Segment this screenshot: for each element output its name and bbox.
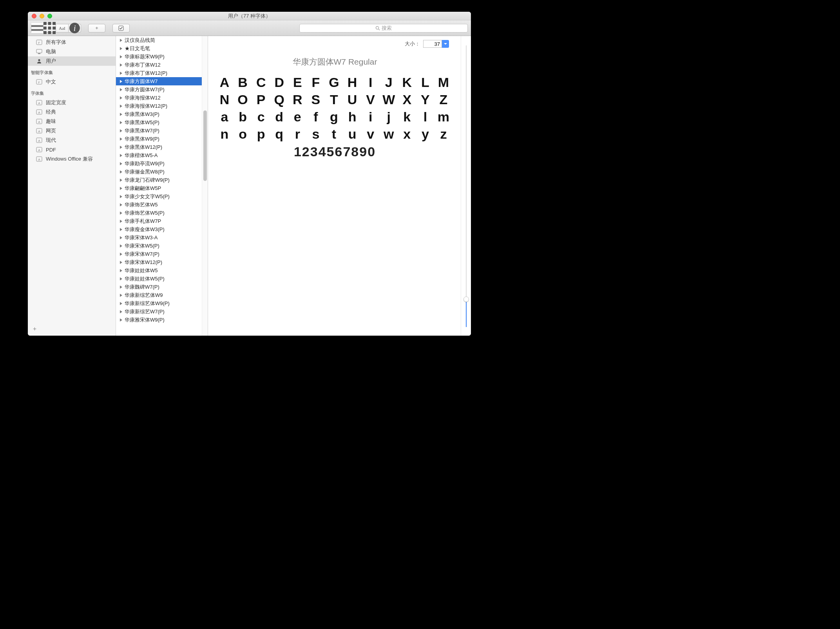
- glyph: e: [290, 108, 306, 125]
- disclosure-icon: [120, 137, 122, 141]
- font-row[interactable]: 华康布丁体W12: [116, 61, 208, 69]
- disclosure-icon: [120, 236, 122, 239]
- svg-text:A: A: [38, 139, 40, 143]
- font-row[interactable]: 华康海报体W12: [116, 94, 208, 102]
- font-row[interactable]: 华康黑体W12(P): [116, 143, 208, 151]
- sidebar-item-PDF[interactable]: APDF: [28, 145, 116, 154]
- font-list[interactable]: 汉仪良品线简★日文毛笔华康标题宋W9(P)华康布丁体W12华康布丁体W12(P)…: [116, 36, 208, 336]
- font-row[interactable]: 华康黑体W9(P): [116, 135, 208, 143]
- font-row[interactable]: 华康翩翩体W5P: [116, 184, 208, 192]
- glyph: l: [418, 108, 434, 125]
- add-button[interactable]: ＋: [88, 24, 105, 33]
- glyph: T: [327, 91, 342, 108]
- font-name: 华康俪金黑W8(P): [125, 168, 165, 175]
- font-row[interactable]: 华康魏碑W7(P): [116, 283, 208, 291]
- disclosure-icon: [120, 277, 122, 280]
- font-row[interactable]: 华康雅宋体W9(P): [116, 316, 208, 324]
- glyph: d: [272, 108, 288, 125]
- font-name: 华康标题宋W9(P): [125, 53, 165, 60]
- sidebar-item-中文[interactable]: F中文: [28, 77, 116, 87]
- disclosure-icon: [120, 113, 122, 116]
- font-row[interactable]: 华康宋体W12(P): [116, 258, 208, 266]
- font-row[interactable]: 华康新综艺体W9(P): [116, 299, 208, 307]
- disclosure-icon: [120, 310, 122, 313]
- font-row[interactable]: 华康海报体W12(P): [116, 102, 208, 110]
- font-row[interactable]: 华康俪金黑W8(P): [116, 168, 208, 176]
- glyph: h: [345, 108, 361, 125]
- font-row[interactable]: 华康方圆体W7: [116, 77, 208, 85]
- disclosure-icon: [120, 179, 122, 182]
- toolbar: AaI i ＋ 搜索: [28, 20, 471, 36]
- font-row[interactable]: 华康少女文字W5(P): [116, 192, 208, 201]
- font-row[interactable]: 华康黑体W7(P): [116, 127, 208, 135]
- disclosure-icon: [120, 47, 122, 50]
- disclosure-icon: [120, 55, 122, 58]
- grid-icon: [43, 22, 56, 34]
- size-slider[interactable]: [461, 36, 471, 336]
- font-name: 华康布丁体W12: [125, 61, 161, 69]
- disclosure-icon: [120, 154, 122, 157]
- sidebar-item-电脑[interactable]: 电脑: [28, 47, 116, 56]
- font-row[interactable]: 汉仪良品线简: [116, 36, 208, 44]
- font-row[interactable]: 华康宋体W3-A: [116, 233, 208, 242]
- font-row[interactable]: 华康黑体W3(P): [116, 110, 208, 118]
- font-row[interactable]: 华康新综艺体W9: [116, 291, 208, 299]
- font-row[interactable]: 华康布丁体W12(P): [116, 69, 208, 77]
- glyph: O: [236, 91, 252, 108]
- validate-button[interactable]: [112, 24, 130, 33]
- size-stepper[interactable]: [442, 40, 449, 48]
- font-row[interactable]: 华康勘亭流W9(P): [116, 159, 208, 168]
- list-icon: [31, 23, 43, 33]
- sidebar-item-所有字体[interactable]: F所有字体: [28, 38, 116, 47]
- font-row[interactable]: 华康饰艺体W5: [116, 201, 208, 209]
- info-button[interactable]: i: [69, 24, 81, 33]
- sidebar-item-网页[interactable]: A网页: [28, 126, 116, 136]
- glyph: x: [400, 125, 416, 143]
- font-row[interactable]: 华康标题宋W9(P): [116, 52, 208, 61]
- sidebar-item-Windows Office 兼容[interactable]: AWindows Office 兼容: [28, 154, 116, 164]
- window-title: 用户（77 种字体）: [28, 13, 471, 20]
- disclosure-icon: [120, 105, 122, 108]
- font-row[interactable]: 华康黑体W5(P): [116, 118, 208, 127]
- font-row[interactable]: 华康娃娃体W5: [116, 266, 208, 275]
- glyph: S: [309, 91, 324, 108]
- sidebar-item-经典[interactable]: A经典: [28, 107, 116, 117]
- disclosure-icon: [120, 269, 122, 272]
- font-row[interactable]: 华康楷体W5-A: [116, 151, 208, 159]
- glyph: R: [290, 91, 306, 108]
- glyph: n: [217, 125, 233, 143]
- font-name: 华康宋体W7(P): [125, 251, 159, 258]
- slider-knob[interactable]: [463, 296, 469, 302]
- font-row[interactable]: 华康瘦金体W3(P): [116, 225, 208, 233]
- sidebar-item-固定宽度[interactable]: A固定宽度: [28, 98, 116, 107]
- glyph: s: [309, 125, 324, 143]
- font-row[interactable]: 华康娃娃体W5(P): [116, 275, 208, 283]
- sidebar-item-现代[interactable]: A现代: [28, 136, 116, 145]
- font-row[interactable]: 华康宋体W5(P): [116, 242, 208, 250]
- glyph: L: [418, 74, 434, 91]
- sidebar-item-用户[interactable]: 用户: [28, 56, 116, 66]
- font-sets-header: 字体集: [28, 87, 116, 98]
- search-field[interactable]: 搜索: [299, 24, 468, 33]
- font-row[interactable]: ★日文毛笔: [116, 44, 208, 52]
- font-name: 华康手札体W7P: [125, 218, 161, 225]
- disclosure-icon: [120, 170, 122, 174]
- font-list-scrollbar[interactable]: [202, 36, 208, 336]
- set-icon: A: [36, 156, 43, 162]
- font-row[interactable]: 华康新综艺W7(P): [116, 307, 208, 316]
- font-row[interactable]: 华康饰艺体W5(P): [116, 209, 208, 217]
- sidebar-item-趣味[interactable]: A趣味: [28, 117, 116, 126]
- add-collection-button[interactable]: ＋: [32, 325, 38, 333]
- font-name: 华康方圆体W7: [125, 78, 158, 85]
- view-sample-button[interactable]: AaI: [56, 24, 69, 33]
- font-row[interactable]: 华康宋体W7(P): [116, 250, 208, 258]
- font-row[interactable]: 华康手札体W7P: [116, 217, 208, 225]
- scrollbar-thumb[interactable]: [203, 110, 207, 181]
- font-row[interactable]: 华康方圆体W7(P): [116, 85, 208, 94]
- view-list-button[interactable]: [31, 24, 43, 33]
- font-row[interactable]: 华康龙门石碑W9(P): [116, 176, 208, 184]
- view-grid-button[interactable]: [43, 24, 56, 33]
- size-input[interactable]: [423, 40, 442, 48]
- glyph: P: [254, 91, 270, 108]
- glyph: I: [364, 74, 379, 91]
